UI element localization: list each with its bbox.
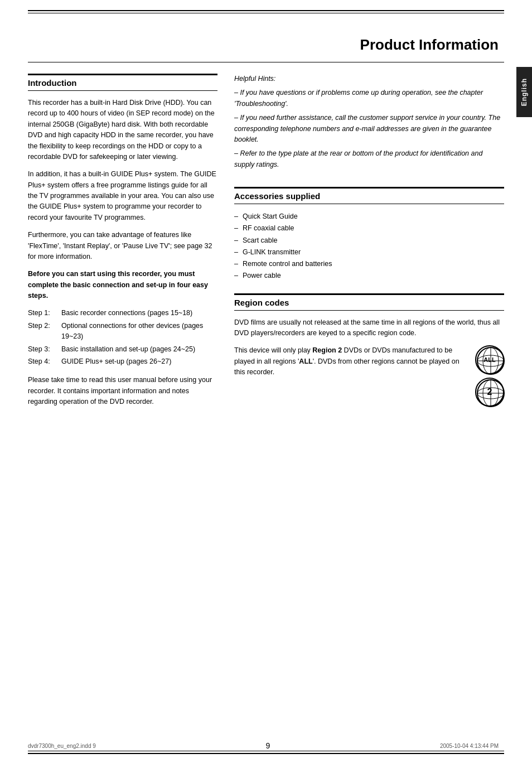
region2-badge-text: 2 [487,387,492,397]
introduction-para1: This recorder has a built-in Hard Disk D… [28,98,217,162]
page-container: English Product Information Introduction… [0,0,532,768]
region-para1: DVD films are usually not released at th… [234,317,504,339]
accessory-item-1: –Quick Start Guide [234,211,504,223]
region-icons: ALL 2 [475,345,504,407]
introduction-para2: In addition, it has a built-in GUIDE Plu… [28,169,217,223]
top-decorative-lines [28,10,504,13]
region-all-bold: ALL [299,358,312,365]
accessory-item-6: –Power cable [234,270,504,282]
helpful-hint-2: – If you need further assistance, call t… [234,113,504,145]
accessory-item-2: –RF coaxial cable [234,223,504,234]
region-2-bold: Region 2 [312,346,342,354]
step-row-2: Step 2: Optional connections for other d… [28,321,217,342]
region-codes-heading: Region codes [234,298,504,307]
content-area: Introduction This recorder has a built-i… [0,74,532,414]
helpful-hints: Helpful Hints: – If you have questions o… [234,74,504,170]
helpful-hint-1: – If you have questions or if problems c… [234,88,504,109]
region-desc-start: This device will only play [234,346,312,354]
step-2-label: Step 2: [28,321,57,342]
step-1-label: Step 1: [28,308,57,318]
step-2-content: Optional connections for other devices (… [61,321,217,342]
region-all-badge: ALL [475,345,504,374]
language-tab-label: English [520,78,528,106]
accessories-list: –Quick Start Guide –RF coaxial cable –Sc… [234,211,504,282]
step-1-content: Basic recorder connections (pages 15~18) [61,308,217,318]
all-badge-text: ALL [483,356,495,363]
step-row-3: Step 3: Basic installation and set-up (p… [28,344,217,355]
region-codes-section: Region codes DVD films are usually not r… [234,293,504,407]
step-3-label: Step 3: [28,344,57,355]
introduction-heading: Introduction [28,78,217,88]
accessory-item-3: –Scart cable [234,235,504,247]
language-tab: English [516,67,532,117]
page-footer: dvdr7300h_eu_eng2.indd 9 9 2005-10-04 4:… [28,741,499,750]
introduction-bold-para: Before you can start using this recorder… [28,269,217,301]
region-bottom: This device will only play Region 2 DVDs… [234,345,504,407]
step-4-content: GUIDE Plus+ set-up (pages 26~27) [61,356,217,367]
right-column: Helpful Hints: – If you have questions o… [234,74,504,414]
accessories-heading: Accessories supplied [234,191,504,201]
footer-filename: dvdr7300h_eu_eng2.indd 9 [28,743,96,749]
introduction-final-para: Please take time to read this user manua… [28,375,217,407]
region-2-badge: 2 [475,378,504,407]
left-column: Introduction This recorder has a built-i… [28,74,217,414]
introduction-para3: Furthermore, you can take advantage of f… [28,230,217,262]
region-codes-header: Region codes [234,293,504,311]
steps-table: Step 1: Basic recorder connections (page… [28,308,217,367]
step-3-content: Basic installation and set-up (pages 24~… [61,344,217,355]
step-4-label: Step 4: [28,356,57,367]
footer-timestamp: 2005-10-04 4:13:44 PM [440,743,499,749]
page-title: Product Information [0,17,532,62]
accessories-header: Accessories supplied [234,187,504,204]
accessory-item-4: –G-LINK transmitter [234,247,504,258]
helpful-hint-3: – Refer to the type plate at the rear or… [234,148,504,170]
accessory-item-5: –Remote control and batteries [234,258,504,270]
bottom-decorative-lines [28,751,504,754]
page-number: 9 [265,741,270,750]
helpful-hints-heading: Helpful Hints: [234,74,504,84]
region-description: This device will only play Region 2 DVDs… [234,345,468,378]
step-row-4: Step 4: GUIDE Plus+ set-up (pages 26~27) [28,356,217,367]
introduction-header: Introduction [28,74,217,91]
step-row-1: Step 1: Basic recorder connections (page… [28,308,217,318]
